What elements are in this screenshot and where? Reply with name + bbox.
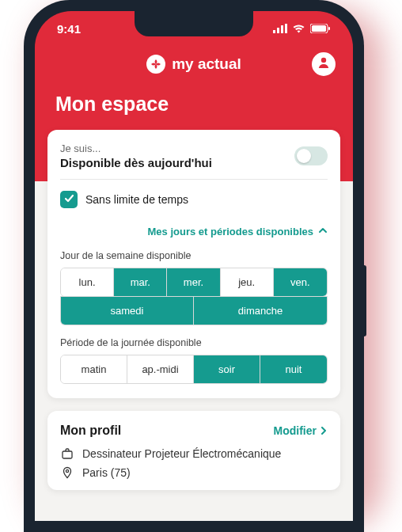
availability-prefix: Je suis... bbox=[60, 142, 212, 154]
svg-rect-0 bbox=[273, 30, 275, 33]
day-sun[interactable]: dimanche bbox=[194, 296, 327, 325]
notch bbox=[135, 11, 253, 36]
availability-card: Je suis... Disponible dès aujourd'hui bbox=[47, 130, 340, 398]
page-title: Mon espace bbox=[35, 82, 353, 130]
day-sat[interactable]: samedi bbox=[61, 296, 194, 325]
svg-rect-2 bbox=[281, 25, 283, 33]
unlimited-label: Sans limite de temps bbox=[85, 193, 188, 206]
profile-job: Dessinateur Projeteur Électromécanique bbox=[82, 447, 281, 460]
svg-rect-3 bbox=[285, 24, 287, 33]
location-icon bbox=[60, 466, 74, 479]
svg-rect-8 bbox=[63, 451, 72, 458]
weekend-grid: samedi dimanche bbox=[60, 296, 328, 325]
svg-point-7 bbox=[321, 58, 326, 63]
day-wed[interactable]: mer. bbox=[167, 268, 220, 296]
battery-icon bbox=[310, 22, 331, 36]
profile-button[interactable] bbox=[312, 52, 336, 76]
day-thu[interactable]: jeu. bbox=[221, 268, 274, 296]
signal-icon bbox=[273, 22, 287, 36]
profile-location: Paris (75) bbox=[82, 466, 131, 479]
wifi-icon bbox=[292, 22, 305, 36]
status-time: 9:41 bbox=[57, 22, 81, 36]
profile-card: Mon profil Modifier Dessinateur Projet bbox=[47, 411, 340, 490]
period-night[interactable]: nuit bbox=[260, 355, 327, 383]
day-tue[interactable]: mar. bbox=[114, 268, 167, 296]
svg-rect-6 bbox=[328, 27, 330, 30]
profile-job-row: Dessinateur Projeteur Électromécanique bbox=[60, 447, 328, 460]
toggle-knob bbox=[297, 149, 311, 163]
app-header: my actual bbox=[35, 36, 353, 82]
profile-location-row: Paris (75) bbox=[60, 466, 328, 479]
brand-logo: my actual bbox=[146, 55, 241, 74]
phone-frame: 9:41 my bbox=[24, 0, 364, 532]
briefcase-icon bbox=[60, 447, 74, 460]
availability-toggle[interactable] bbox=[294, 146, 328, 165]
period-morning[interactable]: matin bbox=[61, 355, 127, 383]
edit-profile-link[interactable]: Modifier bbox=[274, 424, 328, 437]
chevron-right-icon bbox=[320, 424, 328, 437]
period-afternoon[interactable]: ap.-midi bbox=[127, 355, 194, 383]
svg-point-9 bbox=[66, 469, 68, 472]
days-section-label: Jour de la semaine disponible bbox=[60, 250, 328, 261]
period-grid: matin ap.-midi soir nuit bbox=[60, 355, 328, 384]
profile-title: Mon profil bbox=[60, 424, 121, 438]
svg-rect-5 bbox=[312, 25, 326, 32]
edit-label: Modifier bbox=[274, 424, 317, 437]
chevron-up-icon bbox=[318, 226, 328, 238]
accordion-label: Mes jours et périodes disponibles bbox=[148, 226, 314, 238]
check-icon bbox=[64, 192, 74, 207]
availability-status: Disponible dès aujourd'hui bbox=[60, 156, 212, 169]
unlimited-checkbox[interactable] bbox=[60, 191, 78, 208]
day-fri[interactable]: ven. bbox=[274, 268, 327, 296]
period-evening[interactable]: soir bbox=[194, 355, 260, 383]
periods-section-label: Période de la journée disponible bbox=[60, 337, 328, 348]
svg-rect-1 bbox=[277, 28, 279, 33]
brand-name: my actual bbox=[172, 55, 241, 73]
weekday-grid: lun. mar. mer. jeu. ven. bbox=[60, 268, 328, 297]
side-button bbox=[362, 265, 366, 336]
day-mon[interactable]: lun. bbox=[61, 268, 114, 296]
availability-accordion-header[interactable]: Mes jours et périodes disponibles bbox=[60, 208, 328, 244]
person-icon bbox=[317, 55, 331, 73]
brand-logo-icon bbox=[146, 55, 165, 74]
screen: 9:41 my bbox=[35, 11, 353, 521]
